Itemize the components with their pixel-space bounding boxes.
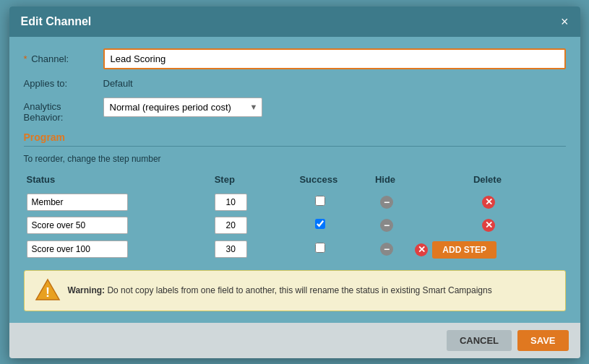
analytics-label: AnalyticsBehavior: (24, 98, 103, 123)
applies-to-value: Default (103, 78, 133, 89)
step-input-member[interactable] (215, 194, 247, 211)
warning-box: ! Warning: Do not copy labels from one f… (24, 270, 566, 311)
col-success: Success (279, 171, 361, 191)
add-step-button[interactable]: ADD STEP (432, 241, 496, 259)
success-checkbox-score50[interactable] (315, 219, 325, 229)
warning-label: Warning: (68, 285, 106, 295)
step-input-score100[interactable] (215, 240, 247, 258)
success-checkbox-score100[interactable] (315, 243, 325, 253)
warning-message: Do not copy labels from one field to ano… (107, 285, 491, 295)
hide-icon-score100[interactable]: − (380, 243, 393, 256)
delete-icon-score100[interactable]: ✕ (415, 243, 428, 256)
table-row: − ✕ (24, 191, 566, 214)
step-input-score50[interactable] (215, 217, 247, 234)
channel-row: * Channel: (24, 48, 566, 69)
delete-icon-score50[interactable]: ✕ (482, 219, 495, 232)
status-input-member[interactable] (27, 194, 128, 211)
required-indicator: * (24, 53, 27, 64)
table-row: − ✕ (24, 214, 566, 237)
svg-text:!: ! (46, 285, 50, 300)
save-button[interactable]: SAVE (517, 330, 568, 351)
warning-icon: ! (35, 278, 61, 303)
modal-header: Edit Channel × (9, 6, 580, 37)
close-button[interactable]: × (561, 15, 569, 28)
analytics-select[interactable]: Normal (requires period cost) None (103, 98, 262, 117)
channel-input[interactable] (103, 48, 566, 69)
delete-icon-member[interactable]: ✕ (482, 196, 495, 209)
modal-overlay: Edit Channel × * Channel: Applies to: De… (0, 0, 589, 364)
status-input-score50[interactable] (27, 217, 128, 234)
analytics-select-wrapper: Normal (requires period cost) None ▼ (103, 98, 262, 117)
col-delete: Delete (412, 171, 565, 191)
cancel-button[interactable]: CANCEL (447, 330, 512, 351)
applies-to-row: Applies to: Default (24, 78, 566, 89)
reorder-hint: To reorder, change the step number (24, 154, 566, 164)
success-checkbox-member[interactable] (315, 196, 325, 206)
modal-footer: CANCEL SAVE (9, 323, 580, 358)
applies-to-label: Applies to: (24, 78, 103, 89)
status-input-score100[interactable] (27, 240, 128, 258)
hide-icon-member[interactable]: − (380, 196, 393, 209)
program-table: Status Step Success Hide Delete − ✕ (24, 171, 566, 261)
hide-icon-score50[interactable]: − (380, 219, 393, 232)
col-status: Status (24, 171, 212, 191)
col-step: Step (212, 171, 279, 191)
program-section-header: Program (24, 131, 566, 147)
channel-label: * Channel: (24, 53, 103, 64)
warning-text: Warning: Do not copy labels from one fie… (68, 285, 492, 297)
modal-body: * Channel: Applies to: Default Analytics… (9, 37, 580, 323)
analytics-row: AnalyticsBehavior: Normal (requires peri… (24, 98, 566, 123)
table-row: − ✕ ADD STEP (24, 237, 566, 261)
modal-title: Edit Channel (21, 15, 92, 28)
edit-channel-modal: Edit Channel × * Channel: Applies to: De… (9, 6, 580, 358)
col-hide: Hide (361, 171, 413, 191)
